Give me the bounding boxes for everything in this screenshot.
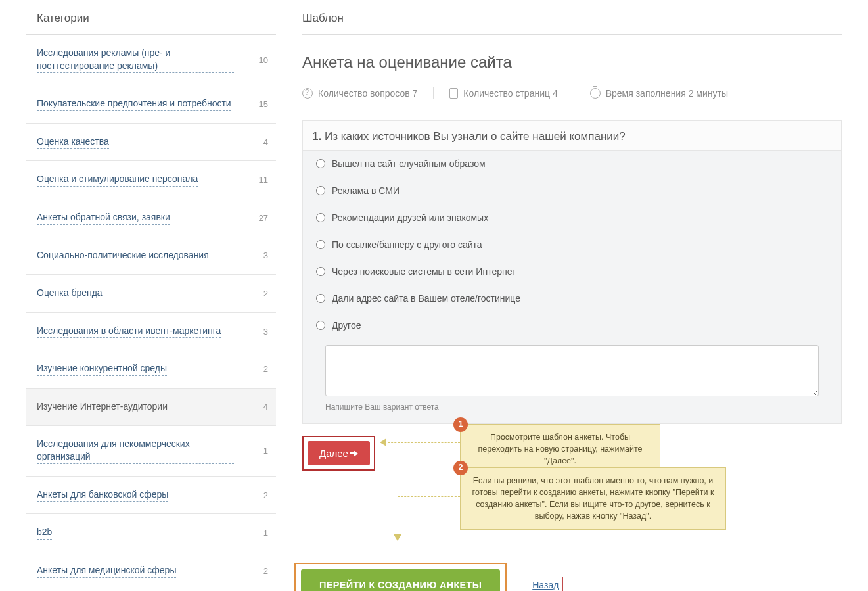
question-title: 1. Из каких источников Вы узнали о сайте… bbox=[303, 121, 841, 150]
back-link[interactable]: Назад bbox=[532, 580, 559, 590]
sidebar-item-count: 4 bbox=[263, 402, 268, 412]
callout-badge-1: 1 bbox=[453, 417, 468, 432]
sidebar-item-count: 3 bbox=[263, 250, 268, 260]
option-row[interactable]: Рекомендации друзей или знакомых bbox=[303, 204, 841, 231]
sidebar-item-label: Оценка бренда bbox=[37, 287, 103, 300]
sidebar-item-label: Социально-политические исследования bbox=[37, 249, 209, 263]
sidebar-item-count: 27 bbox=[259, 213, 268, 223]
sidebar-item-count: 10 bbox=[259, 55, 268, 65]
sidebar-item-count: 1 bbox=[263, 446, 268, 456]
option-label: Рекомендации друзей или знакомых bbox=[332, 212, 488, 223]
sidebar-item-label: Исследования в области ивент-маркетинга bbox=[37, 325, 221, 339]
option-label: Дали адрес сайта в Вашем отеле/гостинице bbox=[332, 293, 520, 304]
next-button-label: Далее bbox=[319, 448, 348, 459]
main-section-title: Шаблон bbox=[302, 7, 842, 35]
option-row[interactable]: Другое bbox=[303, 312, 841, 339]
sidebar-item-label: Анкеты для медицинской сферы bbox=[37, 564, 176, 578]
callout-badge-2: 2 bbox=[453, 461, 468, 475]
meta-pages: Количество страниц 4 bbox=[449, 88, 557, 99]
option-radio[interactable] bbox=[316, 213, 325, 222]
sidebar-item-count: 1 bbox=[263, 528, 268, 538]
option-label: Через поисковые системы в сети Интернет bbox=[332, 266, 516, 277]
sidebar-item[interactable]: b2b1 bbox=[26, 514, 276, 552]
meta-separator bbox=[433, 87, 434, 99]
create-button-highlight: ПЕРЕЙТИ К СОЗДАНИЮ АНКЕТЫ bbox=[294, 563, 507, 591]
callout-1-arrow-icon bbox=[380, 438, 386, 446]
callout-2-text: Если вы решили, что этот шаблон именно т… bbox=[472, 476, 714, 521]
callout-1: 1 Просмотрите шаблон анкеты. Чтобы перех… bbox=[460, 424, 660, 474]
sidebar-item-count: 2 bbox=[263, 490, 268, 500]
other-answer-block: Напишите Ваш вариант ответа bbox=[303, 339, 841, 423]
callout-1-text: Просмотрите шаблон анкеты. Чтобы переход… bbox=[478, 433, 643, 465]
sidebar-item[interactable]: Оценка и стимулирование персонала11 bbox=[26, 161, 276, 199]
other-answer-hint: Напишите Ваш вариант ответа bbox=[325, 402, 819, 412]
option-row[interactable]: Через поисковые системы в сети Интернет bbox=[303, 258, 841, 285]
sidebar-item-count: 11 bbox=[259, 175, 268, 185]
sidebar-item-count: 2 bbox=[263, 364, 268, 374]
option-radio[interactable] bbox=[316, 267, 325, 276]
option-label: По ссылке/баннеру с другого сайта bbox=[332, 239, 482, 250]
sidebar-item-count: 3 bbox=[263, 327, 268, 337]
option-radio[interactable] bbox=[316, 240, 325, 249]
meta-questions: Количество вопросов 7 bbox=[302, 88, 417, 99]
question-count-icon bbox=[302, 88, 313, 99]
sidebar-item-label: Оценка и стимулирование персонала bbox=[37, 173, 198, 187]
sidebar-item[interactable]: Исследования для некоммерческих организа… bbox=[26, 426, 276, 477]
sidebar-item-label: Анкеты обратной связи, заявки bbox=[37, 211, 170, 225]
page-count-icon bbox=[449, 88, 458, 99]
option-row[interactable]: Дали адрес сайта в Вашем отеле/гостинице bbox=[303, 285, 841, 312]
create-survey-button[interactable]: ПЕРЕЙТИ К СОЗДАНИЮ АНКЕТЫ bbox=[301, 569, 500, 591]
option-label: Реклама в СМИ bbox=[332, 185, 400, 196]
sidebar-item[interactable]: Изучение конкурентной среды2 bbox=[26, 350, 276, 389]
next-button-highlight: Далее bbox=[302, 436, 375, 471]
callout-2-line-v bbox=[398, 496, 398, 536]
meta-separator bbox=[574, 87, 574, 99]
meta-questions-label: Количество вопросов 7 bbox=[318, 88, 417, 99]
sidebar-item-count: 2 bbox=[263, 566, 268, 576]
sidebar-item-count: 15 bbox=[259, 99, 268, 109]
option-label: Вышел на сайт случайным образом bbox=[332, 158, 486, 169]
sidebar-item[interactable]: Исследования в области ивент-маркетинга3 bbox=[26, 313, 276, 351]
other-answer-input[interactable] bbox=[325, 345, 819, 396]
callout-1-line bbox=[384, 442, 460, 443]
option-radio[interactable] bbox=[316, 294, 325, 303]
meta-pages-label: Количество страниц 4 bbox=[463, 88, 557, 99]
sidebar-item[interactable]: Покупательские предпочтения и потребност… bbox=[26, 85, 276, 124]
callout-2-arrow-icon bbox=[394, 534, 401, 541]
page-title: Анкета на оценивание сайта bbox=[302, 53, 842, 72]
callout-2-line bbox=[398, 496, 460, 497]
option-label: Другое bbox=[332, 320, 361, 331]
option-row[interactable]: По ссылке/баннеру с другого сайта bbox=[303, 231, 841, 258]
sidebar-item[interactable]: Оценка бренда2 bbox=[26, 275, 276, 313]
sidebar-item-count: 4 bbox=[263, 137, 268, 147]
sidebar-item-label: Покупательские предпочтения и потребност… bbox=[37, 97, 231, 111]
sidebar-item[interactable]: Анкеты обратной связи, заявки27 bbox=[26, 199, 276, 237]
option-row[interactable]: Реклама в СМИ bbox=[303, 177, 841, 204]
meta-time: Время заполнения 2 минуты bbox=[590, 88, 728, 99]
arrow-right-icon bbox=[354, 450, 358, 457]
sidebar-item[interactable]: Исследования рекламы (пре- и посттестиро… bbox=[26, 35, 276, 85]
sidebar-item[interactable]: Анкеты для банковской сферы2 bbox=[26, 477, 276, 515]
back-link-highlight: Назад bbox=[528, 577, 563, 591]
question-text: Из каких источников Вы узнали о сайте на… bbox=[325, 130, 626, 143]
main-content: Шаблон Анкета на оценивание сайта Количе… bbox=[302, 7, 842, 591]
sidebar-item-label: Исследования для некоммерческих организа… bbox=[37, 438, 234, 464]
option-row[interactable]: Вышел на сайт случайным образом bbox=[303, 150, 841, 177]
option-radio[interactable] bbox=[316, 321, 325, 330]
sidebar-item-label: b2b bbox=[37, 526, 52, 540]
sidebar-item-count: 2 bbox=[263, 289, 268, 298]
meta-time-label: Время заполнения 2 минуты bbox=[606, 88, 728, 99]
next-button[interactable]: Далее bbox=[308, 441, 370, 465]
sidebar-title: Категории bbox=[26, 7, 276, 35]
sidebar-item-label: Изучение Интернет-аудитории bbox=[37, 400, 168, 414]
option-radio[interactable] bbox=[316, 159, 325, 168]
sidebar-item[interactable]: Социально-политические исследования3 bbox=[26, 237, 276, 275]
meta-row: Количество вопросов 7 Количество страниц… bbox=[302, 87, 842, 99]
sidebar-item[interactable]: Анкеты для медицинской сферы2 bbox=[26, 552, 276, 590]
sidebar-item[interactable]: Оценка качества4 bbox=[26, 124, 276, 162]
option-radio[interactable] bbox=[316, 186, 325, 195]
sidebar-item-label: Оценка качества bbox=[37, 135, 109, 149]
timer-icon bbox=[590, 88, 601, 99]
sidebar: Категории Исследования рекламы (пре- и п… bbox=[26, 7, 276, 591]
sidebar-item[interactable]: Изучение Интернет-аудитории4 bbox=[26, 389, 276, 426]
